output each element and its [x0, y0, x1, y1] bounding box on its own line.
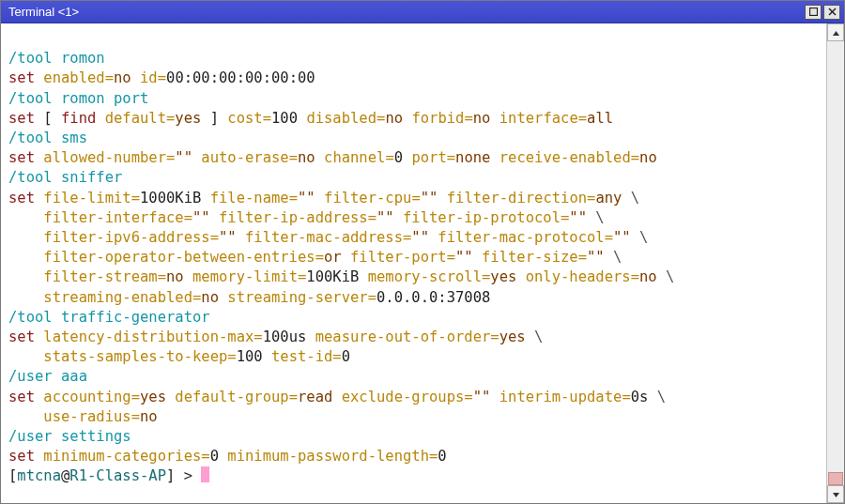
line-continuation: \ [622, 190, 639, 206]
keyword-set: set [8, 69, 35, 86]
arg-val: all [587, 110, 613, 127]
equals: = [289, 389, 298, 405]
arg-val: 00:00:00:00:00:00 [166, 69, 315, 86]
section-path: /tool romon [8, 50, 105, 67]
arg-val: any [595, 190, 622, 206]
keyword-set: set [8, 448, 35, 465]
arg-val: "" [192, 209, 210, 226]
equals: = [376, 110, 385, 127]
arg-val: "" [376, 209, 394, 226]
arg-key: measure-out-of-order [315, 328, 491, 345]
equals: = [158, 268, 166, 285]
arg-key: filter-mac-protocol [438, 229, 604, 246]
arg-key: interim-update [499, 389, 622, 405]
arg-val: 100 [237, 348, 263, 365]
equals: = [210, 229, 219, 246]
equals: = [289, 149, 298, 166]
svg-rect-0 [809, 8, 817, 16]
section-path: /tool romon port [8, 90, 148, 107]
arg-key: cost [227, 110, 262, 127]
arg-val: "" [421, 190, 438, 206]
scrollbar[interactable] [826, 23, 844, 503]
arg-val: "" [569, 209, 587, 226]
arg-val: "" [411, 229, 429, 246]
scroll-thumb[interactable] [828, 472, 843, 485]
equals: = [631, 268, 639, 285]
arg-val: no [114, 69, 131, 86]
equals: = [166, 149, 175, 166]
close-button[interactable] [823, 5, 840, 20]
line-continuation: \ [657, 268, 675, 285]
close-icon [828, 8, 837, 16]
section-path: /tool sms [8, 130, 87, 146]
equals: = [227, 348, 236, 365]
arg-key: exclude-groups [342, 389, 465, 405]
line-continuation: \ [648, 389, 666, 405]
arg-key: minimum-categories [43, 448, 201, 465]
arg-val: "" [587, 249, 605, 266]
arg-val: no [166, 268, 184, 285]
arg-key: default [105, 110, 166, 127]
section-path: /user settings [8, 428, 131, 445]
equals: = [622, 389, 630, 405]
window-title: Terminal <1> [8, 5, 803, 19]
arg-key: memory-limit [192, 268, 298, 285]
equals: = [464, 389, 472, 405]
equals: = [578, 110, 587, 127]
equals: = [315, 249, 324, 266]
equals: = [105, 69, 114, 86]
arg-key: filter-operator-between-entries [43, 249, 315, 266]
indent [8, 228, 43, 248]
arg-key: streaming-enabled [43, 289, 192, 306]
arg-val: "" [219, 229, 237, 246]
arg-key: use-radius [43, 408, 131, 425]
maximize-button[interactable] [805, 5, 822, 20]
indent [8, 208, 43, 228]
arg-val: none [455, 149, 490, 166]
arg-key: filter-interface [43, 209, 183, 226]
terminal-output[interactable]: /tool romon set enabled=no id=00:00:00:0… [1, 23, 826, 503]
arg-val: 0 [210, 448, 219, 465]
maximize-icon [809, 8, 818, 16]
equals: = [332, 348, 341, 365]
indent [8, 288, 43, 308]
equals: = [368, 289, 376, 306]
keyword-set: set [8, 149, 35, 166]
arg-val: "" [455, 249, 473, 266]
arg-val: no [201, 289, 219, 306]
equals: = [289, 190, 298, 206]
keyword-find: find [61, 110, 96, 127]
arg-val: 0 [438, 448, 446, 465]
arg-val: 100KiB [306, 268, 359, 285]
arg-key: minimum-password-length [227, 448, 429, 465]
scroll-up-button[interactable] [827, 23, 844, 41]
arg-val: "" [175, 149, 192, 166]
arg-key: port [411, 149, 446, 166]
indent [8, 248, 43, 267]
equals: = [490, 328, 499, 345]
arg-val: read [298, 389, 332, 405]
body-area: /tool romon set enabled=no id=00:00:00:0… [1, 23, 844, 503]
prompt-open: [ [8, 467, 17, 484]
prompt-host: R1-Class-AP [69, 467, 166, 484]
equals: = [482, 268, 490, 285]
arrow-up-icon [832, 23, 840, 41]
equals: = [429, 448, 438, 465]
arg-key: filter-ip-protocol [403, 209, 561, 226]
arg-key: latency-distribution-max [43, 328, 254, 345]
arg-key: receive-enabled [499, 149, 631, 166]
scroll-track[interactable] [827, 41, 844, 485]
arg-val: no [639, 149, 657, 166]
arg-val: 0 [342, 348, 350, 365]
arg-key: filter-mac-address [245, 229, 403, 246]
equals: = [368, 209, 376, 226]
arg-val: 1000KiB [140, 190, 201, 206]
scroll-down-button[interactable] [827, 485, 844, 503]
bracket-close: ] [201, 110, 227, 127]
arg-key: filter-size [482, 249, 578, 266]
line-continuation: \ [526, 328, 544, 345]
arg-val: 0s [631, 389, 649, 405]
titlebar[interactable]: Terminal <1> [1, 1, 844, 23]
arg-key: filter-direction [447, 190, 587, 206]
arg-key: filter-cpu [324, 190, 411, 206]
